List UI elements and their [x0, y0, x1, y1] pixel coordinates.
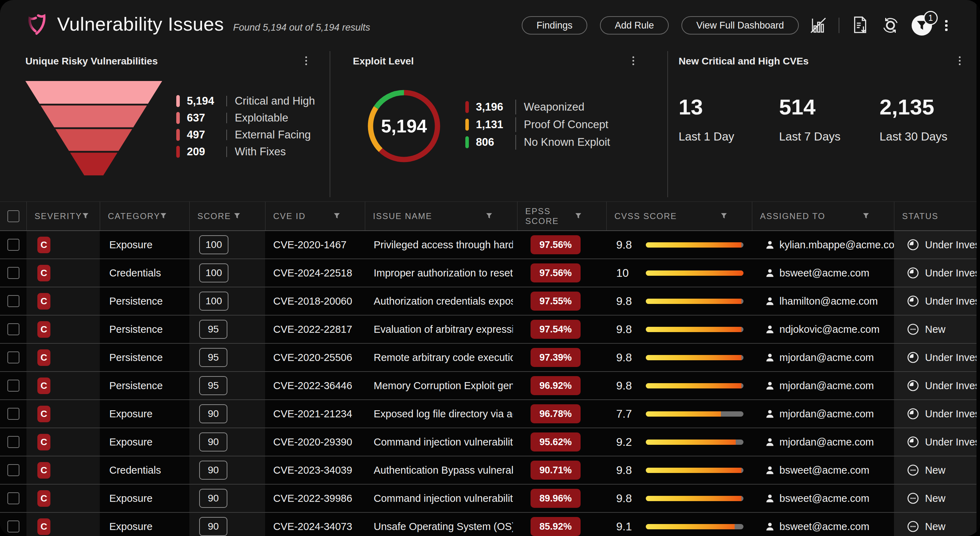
table-row[interactable]: C Credentials 100 CVE-2024-22518 Imprope…: [0, 259, 980, 287]
column-header-epss-score[interactable]: EPSS SCORE: [517, 202, 606, 230]
legend-item: 497 External Facing: [176, 129, 315, 141]
row-checkbox[interactable]: [7, 380, 19, 392]
filter-funnel-icon[interactable]: [234, 213, 240, 219]
filter-badge: 1: [924, 11, 938, 25]
legend-item: 5,194 Critical and High: [176, 95, 315, 107]
category-value: Exposure: [109, 408, 153, 420]
column-header-cvss-score[interactable]: CVSS SCORE: [606, 202, 752, 230]
issue-name: Improper authorization to reset Confl...: [374, 267, 513, 279]
person-icon: [765, 324, 775, 335]
cvss-score-value: 9.8: [616, 238, 638, 251]
issue-name: Command injection vulnerability in Z...: [374, 436, 513, 448]
row-checkbox[interactable]: [7, 436, 19, 448]
issue-name: Remote arbitrary code execution in...: [374, 352, 513, 363]
category-value: Exposure: [109, 436, 153, 448]
row-checkbox[interactable]: [7, 520, 19, 533]
cvss-score-bar: [646, 468, 743, 473]
column-header-issue-name[interactable]: ISSUE NAME: [365, 202, 517, 230]
filter-funnel-icon[interactable]: [160, 213, 167, 219]
findings-button[interactable]: Findings: [522, 16, 587, 35]
table-row[interactable]: C Persistence 95 CVE-2020-25506 Remote a…: [0, 344, 980, 372]
person-icon: [765, 409, 775, 419]
row-checkbox[interactable]: [7, 295, 19, 307]
score-value: 90: [199, 404, 228, 423]
cvss-score-value: 9.8: [616, 351, 638, 364]
row-checkbox[interactable]: [7, 323, 19, 335]
table-row[interactable]: C Persistence 95 CVE-2022-22817 Evaluati…: [0, 316, 980, 344]
ellipsis-icon: [907, 520, 920, 533]
legend-value: 637: [187, 112, 226, 124]
cvss-score-value: 9.8: [616, 492, 638, 505]
filter-funnel-icon[interactable]: [721, 213, 727, 219]
table-row[interactable]: C Exposure 90 CVE-2020-29390 Command inj…: [0, 428, 980, 457]
legend-separator: [226, 130, 227, 140]
status-value: Under Investig: [925, 295, 980, 307]
row-checkbox[interactable]: [7, 492, 19, 504]
scrollbar-gutter[interactable]: [977, 0, 980, 536]
legend-marker: [465, 119, 469, 131]
table-row[interactable]: C Persistence 100 CVE-2018-20060 Authori…: [0, 287, 980, 316]
table-row[interactable]: C Persistence 95 CVE-2022-36446 Memory C…: [0, 372, 980, 400]
cvss-score-bar: [646, 355, 743, 360]
assigned-to-email: kylian.mbappe@acme.com: [780, 239, 903, 251]
filter-funnel-icon[interactable]: [486, 213, 492, 219]
stat-label: Last 30 Days: [880, 130, 980, 143]
legend-separator: [515, 100, 516, 114]
column-header-status[interactable]: STATUS: [894, 202, 980, 230]
kebab-menu-icon[interactable]: [944, 19, 949, 32]
table-row[interactable]: C Exposure 90 CVE-2022-39986 Command inj…: [0, 485, 980, 513]
filter-funnel-icon[interactable]: [575, 213, 582, 219]
row-checkbox[interactable]: [7, 464, 19, 476]
table-row[interactable]: C Exposure 90 CVE-2024-34073 Unsafe Oper…: [0, 513, 980, 536]
person-icon: [765, 381, 775, 391]
select-all-checkbox[interactable]: [7, 210, 19, 222]
score-value: 90: [199, 517, 228, 536]
cvss-score-value: 9.8: [616, 323, 638, 336]
add-rule-button[interactable]: Add Rule: [600, 16, 669, 35]
exploit-panel-menu-icon[interactable]: [631, 55, 636, 67]
chart-toggle-icon[interactable]: [810, 17, 827, 34]
column-header-score[interactable]: SCORE: [189, 202, 265, 230]
row-checkbox[interactable]: [7, 408, 19, 420]
score-value: 90: [199, 433, 228, 452]
legend-separator: [226, 96, 227, 106]
column-header-severity[interactable]: SEVERITY: [26, 202, 100, 230]
table-row[interactable]: C Exposure 100 CVE-2020-1467 Privileged …: [0, 231, 980, 259]
severity-badge: C: [37, 490, 51, 507]
table-header: SEVERITY CATEGORY SCORE CVE ID ISSUE NAM…: [0, 201, 980, 231]
assigned-to-email: bsweet@acme.com: [780, 521, 869, 533]
filter-funnel-icon[interactable]: [82, 213, 89, 219]
funnel-segment: [25, 81, 162, 104]
filter-funnel-icon[interactable]: [862, 213, 869, 219]
legend-label: Exploitable: [235, 112, 288, 124]
cve-id: CVE-2022-36446: [273, 380, 352, 392]
severity-badge: C: [37, 462, 51, 479]
export-report-icon[interactable]: [851, 16, 869, 35]
refresh-icon[interactable]: [881, 16, 900, 35]
cvss-score-value: 10: [616, 266, 638, 280]
column-header-assigned-to[interactable]: ASSIGNED TO: [752, 202, 894, 230]
severity-badge: C: [37, 406, 51, 422]
ellipsis-icon: [907, 464, 920, 476]
view-full-dashboard-button[interactable]: View Full Dashboard: [681, 16, 799, 35]
funnel-panel-menu-icon[interactable]: [304, 55, 309, 67]
row-checkbox[interactable]: [7, 352, 19, 363]
legend-separator: [226, 146, 227, 157]
row-checkbox[interactable]: [7, 267, 19, 279]
cvss-score-bar: [646, 242, 743, 247]
row-checkbox[interactable]: [7, 239, 19, 251]
cve-id: CVE-2020-1467: [273, 239, 347, 251]
ellipsis-icon: [907, 492, 920, 505]
table-row[interactable]: C Exposure 90 CVE-2021-21234 Exposed log…: [0, 400, 980, 428]
filter-funnel-icon[interactable]: [334, 213, 340, 219]
table-row[interactable]: C Credentials 90 CVE-2023-34039 Authenti…: [0, 457, 980, 485]
new-cves-panel-title: New Critical and High CVEs: [679, 56, 809, 67]
column-header-category[interactable]: CATEGORY: [100, 202, 189, 230]
legend-marker: [176, 95, 180, 107]
person-icon: [765, 437, 775, 447]
column-header-cve-id[interactable]: CVE ID: [265, 202, 365, 230]
filter-icon[interactable]: 1: [912, 15, 932, 36]
legend-item: 3,196 Weaponized: [465, 101, 610, 113]
new-cves-panel-menu-icon[interactable]: [958, 55, 962, 67]
app-logo-icon: [27, 13, 47, 35]
